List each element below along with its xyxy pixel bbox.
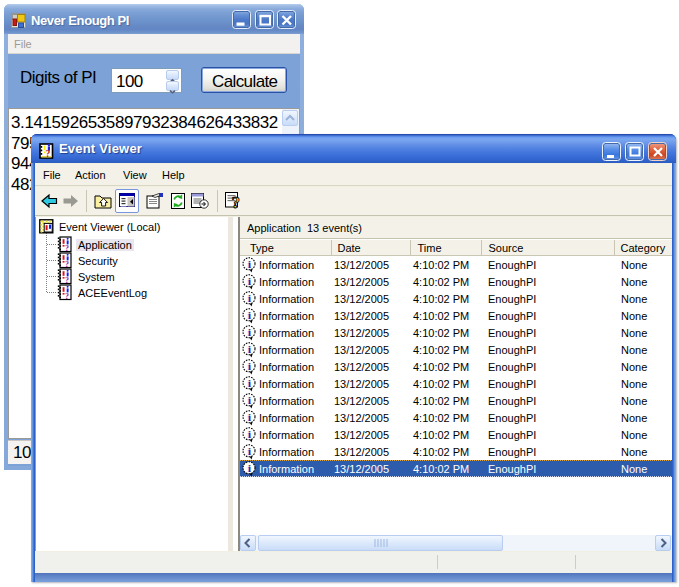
svg-text:i: i <box>248 275 251 287</box>
svg-text:i: i <box>248 394 251 406</box>
svg-text:i: i <box>248 411 251 423</box>
svg-text:?: ? <box>65 292 69 301</box>
svg-text:i: i <box>248 258 251 270</box>
svg-text:i: i <box>248 309 251 321</box>
svg-text:?: ? <box>232 193 241 211</box>
svg-text:i: i <box>248 445 251 457</box>
svg-text:?: ? <box>45 149 50 159</box>
svg-text:i: i <box>248 377 251 389</box>
svg-text:i: i <box>248 462 251 474</box>
svg-text:i: i <box>248 360 251 372</box>
svg-text:i: i <box>248 292 251 304</box>
svg-text:i: i <box>248 326 251 338</box>
svg-text:i: i <box>248 343 251 355</box>
svg-text:i: i <box>248 428 251 440</box>
